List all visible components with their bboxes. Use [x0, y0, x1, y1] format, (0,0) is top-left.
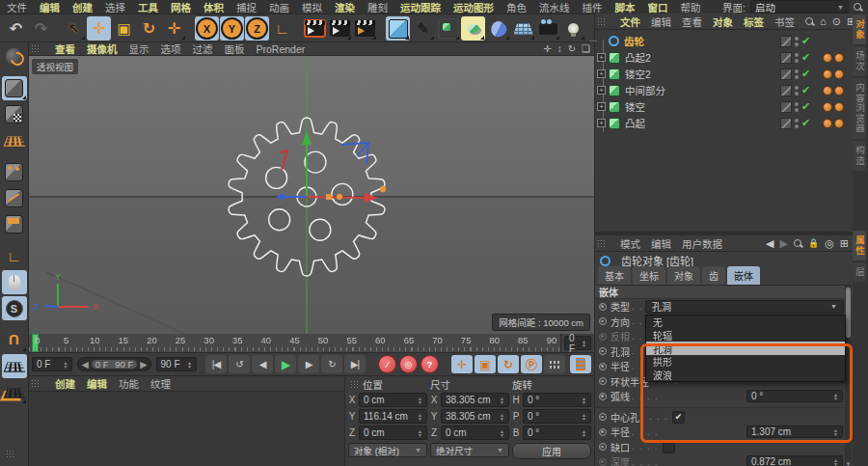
visibility-dots[interactable] [795, 102, 799, 112]
visibility-dots[interactable] [795, 69, 799, 79]
current-frame-field[interactable]: 0 F ▲▼ [564, 336, 591, 350]
spinner-icon[interactable]: ▲▼ [830, 393, 838, 400]
soft-selection-button[interactable]: S [2, 296, 27, 320]
object-row-5[interactable]: +凸起✔ [595, 115, 853, 131]
menu-x[interactable]: 对象 [713, 14, 733, 29]
dropdown-option-轮辐[interactable]: 轮辐 [646, 328, 845, 342]
target-icon[interactable]: ◎ [825, 237, 834, 250]
spinner-icon[interactable]: ▲▼ [415, 397, 422, 404]
param-bullet-icon[interactable] [599, 333, 607, 341]
rotate-view-icon[interactable]: ↻ [568, 43, 576, 54]
spinner-icon[interactable]: ▲▼ [579, 413, 586, 421]
spinner-icon[interactable]: ▲▼ [415, 413, 422, 421]
key-position-button[interactable]: ✛ [451, 355, 473, 373]
tab-对象[interactable]: 对象 [667, 266, 700, 285]
vtab-场次[interactable]: 场次 [853, 46, 866, 76]
render-view-button[interactable] [303, 16, 327, 41]
axis-z-lock-button[interactable]: Z [245, 16, 269, 41]
search-icon[interactable] [805, 17, 814, 26]
dropdown-option-拱形[interactable]: 拱形 [646, 355, 845, 369]
layer-toggle[interactable] [780, 52, 792, 64]
light-button[interactable] [561, 16, 585, 41]
object-row-0[interactable]: 齿轮✔ [595, 33, 853, 49]
spinner-icon[interactable]: ▲▼ [497, 429, 504, 437]
spinner-icon[interactable]: ▲▼ [184, 361, 192, 369]
menu-x[interactable]: 查看 [682, 14, 702, 29]
menu-x[interactable]: 文件 [620, 14, 640, 29]
coord-field-H[interactable]: 0 °▲▼ [523, 393, 591, 407]
rotate-button[interactable]: ↻ [137, 16, 161, 41]
layer-toggle[interactable] [780, 118, 792, 129]
expand-icon[interactable]: + [597, 53, 606, 62]
param-bullet-icon[interactable] [599, 428, 607, 436]
timeline-track[interactable]: 051015202530354045505560657075808590 [29, 334, 561, 352]
primitive-cube-button[interactable] [386, 16, 410, 41]
coord-field-B[interactable]: 0 °▲▼ [523, 425, 591, 440]
object-name[interactable]: 中间部分 [625, 83, 665, 97]
undo-button[interactable]: ↶ [4, 16, 28, 41]
menu-x[interactable]: 面板 [225, 41, 245, 56]
spinner-icon[interactable]: ▲▼ [579, 429, 586, 437]
autokey-button[interactable]: ◎ [399, 355, 418, 373]
enable-axis-button[interactable]: ∟ [2, 244, 27, 268]
dropdown-option-波浪[interactable]: 波浪 [646, 369, 845, 382]
param-bullet-icon[interactable] [599, 393, 607, 400]
record-keyframe-button[interactable]: ⁄ [378, 355, 396, 373]
spinner-icon[interactable]: ▲▼ [415, 429, 422, 437]
param-checkbox[interactable] [663, 441, 675, 453]
menu-x[interactable]: 流水线 [539, 0, 570, 14]
enabled-check-icon[interactable]: ✔ [801, 68, 810, 80]
layer-toggle[interactable] [780, 101, 792, 113]
object-name[interactable]: 镂空 [625, 99, 645, 114]
menu-x[interactable]: 雕刻 [367, 0, 388, 14]
vtab-构造[interactable]: 构造 [853, 141, 866, 171]
param-bullet-icon[interactable] [599, 317, 607, 325]
menu-x[interactable]: 创建 [72, 0, 93, 14]
interface-dropdown[interactable]: 启动▼ [750, 0, 849, 14]
coord-field-X[interactable]: 38.305 cm▲▼ [441, 393, 509, 407]
menu-x[interactable]: 脚本 [615, 0, 636, 14]
menu-x[interactable]: 纹理 [150, 376, 171, 391]
workplane-snap-button[interactable] [2, 354, 27, 378]
coord-mode-dropdown[interactable]: 对象 (相对)▼ [348, 443, 427, 457]
object-row-1[interactable]: +凸起2✔ [595, 49, 853, 66]
key-parameter-button[interactable]: Ⓟ [521, 355, 542, 373]
menu-x[interactable]: 渲染 [335, 0, 355, 14]
floor-button[interactable] [511, 16, 535, 41]
menu-x[interactable]: 选择 [105, 0, 125, 14]
expand-icon[interactable]: + [597, 86, 606, 95]
preview-range-slider[interactable]: ◀ 0 F 90 F ▶ [77, 357, 150, 371]
vtab-内容浏览器[interactable]: 内容浏览器 [853, 78, 866, 139]
expand-icon[interactable]: + [597, 102, 606, 111]
enabled-check-icon[interactable]: ✔ [801, 84, 810, 96]
panel-grip[interactable] [350, 380, 359, 389]
menu-x[interactable]: 编辑 [87, 376, 107, 391]
spinner-icon[interactable]: ▲▼ [830, 458, 838, 466]
filter-icon[interactable]: ⊙ [832, 15, 841, 28]
menu-x[interactable]: 角色 [506, 0, 527, 14]
tag-icon[interactable] [834, 119, 844, 128]
menu-x[interactable]: 插件 [583, 0, 603, 14]
lock-icon[interactable]: 🔒 [808, 238, 819, 248]
menu-x[interactable]: 选项 [161, 41, 181, 56]
param-checkbox[interactable]: ✔ [672, 411, 685, 424]
param-bullet-icon[interactable] [599, 443, 607, 451]
menu-x[interactable]: 运动图形 [453, 0, 494, 14]
workplane-mode-button[interactable] [2, 128, 27, 152]
menu-x[interactable]: 查看 [55, 41, 75, 56]
coord-field-X[interactable]: 0 cm▲▼ [359, 393, 427, 407]
enabled-check-icon[interactable]: ✔ [801, 51, 810, 64]
viewport-solo-button[interactable] [2, 270, 27, 294]
key-rotation-button[interactable]: ↻ [498, 355, 519, 373]
visibility-dots[interactable] [795, 53, 799, 63]
menu-x[interactable]: 编辑 [651, 236, 671, 251]
attribute-scrollbar[interactable]: ▼ [845, 286, 852, 466]
enabled-check-icon[interactable]: ✔ [801, 100, 810, 113]
coord-field-Z[interactable]: 0 cm▲▼ [359, 425, 427, 440]
menu-x[interactable]: 运动跟踪 [400, 0, 441, 14]
menu-x[interactable]: 捕捉 [236, 0, 257, 14]
coord-field-Y[interactable]: 38.305 cm▲▼ [441, 409, 509, 424]
object-name[interactable]: 镂空2 [625, 67, 651, 81]
timeline-ruler[interactable]: 051015202530354045505560657075808590 0 F… [29, 334, 594, 353]
visibility-dots[interactable] [795, 37, 799, 46]
